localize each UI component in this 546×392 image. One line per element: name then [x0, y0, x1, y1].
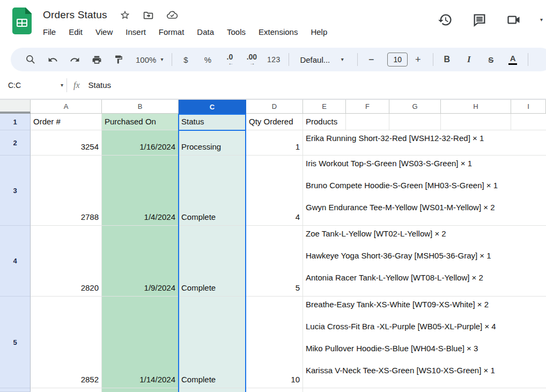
menu-tools[interactable]: Tools [227, 27, 246, 36]
cell-d4[interactable]: 5 [246, 226, 303, 297]
menu-extensions[interactable]: Extensions [259, 27, 298, 36]
row-header-5[interactable]: 5 [0, 297, 31, 388]
column-header-b[interactable]: B [102, 100, 179, 114]
comments-icon[interactable] [471, 12, 488, 28]
column-header-f[interactable]: F [346, 100, 389, 114]
cell-d5[interactable]: 10 [246, 297, 303, 388]
cell-g5[interactable] [389, 297, 441, 388]
cell-d6[interactable] [246, 388, 303, 392]
zoom-select[interactable]: 100% ▾ [132, 55, 166, 64]
italic-button[interactable]: I [461, 51, 477, 68]
increase-decimal-button[interactable]: .00→ [244, 51, 260, 68]
undo-icon[interactable] [45, 51, 61, 68]
text-color-button[interactable]: A [505, 51, 521, 68]
cell-g6[interactable] [389, 388, 441, 392]
cell-a3[interactable]: 2788 [31, 156, 102, 226]
cell-d1[interactable]: Qty Ordered [246, 114, 303, 130]
cell-e6[interactable] [303, 388, 346, 392]
search-icon[interactable] [23, 51, 39, 68]
cell-h2[interactable] [441, 130, 511, 156]
bold-button[interactable]: B [439, 51, 455, 68]
cell-e2[interactable] [303, 130, 346, 156]
cell-b2[interactable]: 1/16/2024 [102, 130, 179, 156]
cell-b5[interactable]: 1/14/2024 [102, 297, 179, 388]
column-header-c-selected[interactable]: C [179, 100, 246, 114]
cell-g1[interactable] [389, 114, 441, 130]
cell-c4[interactable]: Complete [179, 226, 246, 297]
cell-i2[interactable] [511, 130, 546, 156]
paint-format-icon[interactable] [110, 51, 127, 68]
font-family-caret-icon[interactable]: ▾ [334, 51, 350, 68]
column-header-d[interactable]: D [246, 100, 303, 114]
column-header-i[interactable]: I [511, 100, 546, 114]
cell-a5[interactable]: 2852 [31, 297, 102, 388]
cell-i3[interactable] [511, 156, 546, 226]
cell-f3[interactable] [346, 156, 389, 226]
cell-i6[interactable] [511, 388, 546, 392]
cell-h5[interactable] [441, 297, 511, 388]
name-box[interactable]: C:C ▾ [0, 81, 63, 90]
strikethrough-button[interactable]: S [483, 51, 499, 68]
menu-file[interactable]: File [43, 27, 56, 36]
font-family-select[interactable]: Defaul... [300, 55, 330, 64]
decrease-font-size-button[interactable]: − [363, 51, 379, 68]
cell-a6[interactable] [31, 388, 102, 392]
column-header-g[interactable]: G [389, 100, 441, 114]
cell-e5[interactable] [303, 297, 346, 388]
menu-format[interactable]: Format [159, 27, 185, 36]
redo-icon[interactable] [67, 51, 83, 68]
cell-h4[interactable] [441, 226, 511, 297]
menu-edit[interactable]: Edit [69, 27, 83, 36]
cell-a4[interactable]: 2820 [31, 226, 102, 297]
video-call-icon[interactable] [506, 12, 522, 28]
cell-b1[interactable]: Purchased On [102, 114, 179, 130]
cell-b6[interactable] [102, 388, 179, 392]
cloud-saved-icon[interactable] [166, 9, 178, 21]
cell-g4[interactable] [389, 226, 441, 297]
cell-b4[interactable]: 1/9/2024 [102, 226, 179, 297]
cell-g2[interactable] [389, 130, 441, 156]
move-folder-icon[interactable] [143, 9, 154, 21]
column-header-a[interactable]: A [31, 100, 102, 114]
print-icon[interactable] [88, 51, 105, 68]
column-header-h[interactable]: H [441, 100, 511, 114]
cell-e3[interactable] [303, 156, 346, 226]
font-size-input[interactable]: 10 [387, 53, 408, 66]
star-icon[interactable] [119, 9, 131, 21]
row-header-1[interactable]: 1 [0, 114, 31, 130]
cell-h6[interactable] [441, 388, 511, 392]
select-all-corner[interactable] [0, 100, 31, 114]
cell-e1[interactable]: Products [303, 114, 346, 130]
number-format-button[interactable]: 123 [265, 51, 282, 68]
sheets-logo[interactable] [12, 8, 32, 34]
cell-d3[interactable]: 4 [246, 156, 303, 226]
row-header-2[interactable]: 2 [0, 130, 31, 156]
cell-g3[interactable] [389, 156, 441, 226]
row-header-3[interactable]: 3 [0, 156, 31, 226]
cell-f4[interactable] [346, 226, 389, 297]
formula-input[interactable]: Status [88, 80, 112, 90]
row-header-4[interactable]: 4 [0, 226, 31, 297]
column-header-e[interactable]: E [303, 100, 346, 114]
format-currency-button[interactable]: $ [178, 51, 194, 68]
version-history-icon[interactable] [437, 12, 453, 28]
cell-c5[interactable]: Complete [179, 297, 246, 388]
menu-data[interactable]: Data [197, 27, 214, 36]
cell-e4[interactable] [303, 226, 346, 297]
menu-insert[interactable]: Insert [126, 27, 146, 36]
cell-c2[interactable]: Processing [179, 130, 246, 156]
cell-i5[interactable] [511, 297, 546, 388]
cell-i1[interactable] [511, 114, 546, 130]
cell-b3[interactable]: 1/4/2024 [102, 156, 179, 226]
cell-f1[interactable] [346, 114, 389, 130]
cell-c6[interactable] [179, 388, 246, 392]
menu-view[interactable]: View [95, 27, 113, 36]
row-header-6[interactable] [0, 388, 31, 392]
cell-h1[interactable] [441, 114, 511, 130]
video-call-caret-icon[interactable]: ▾ [540, 17, 543, 23]
cell-f6[interactable] [346, 388, 389, 392]
increase-font-size-button[interactable]: + [410, 51, 426, 68]
cell-c3[interactable]: Complete [179, 156, 246, 226]
cell-a1[interactable]: Order # [31, 114, 102, 130]
document-title[interactable]: Orders Status [43, 9, 107, 21]
